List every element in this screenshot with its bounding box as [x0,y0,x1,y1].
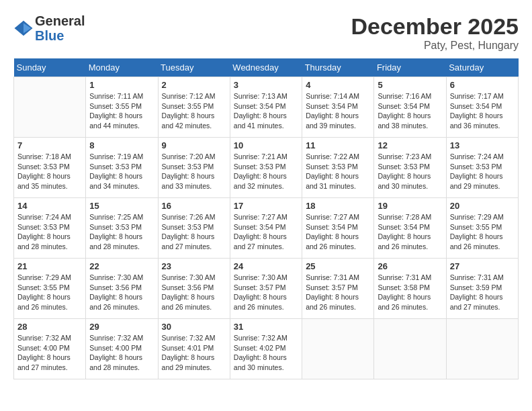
day-info: Sunrise: 7:12 AMSunset: 3:55 PMDaylight:… [162,91,226,131]
day-info: Sunrise: 7:18 AMSunset: 3:53 PMDaylight:… [17,152,82,191]
calendar-cell: 28Sunrise: 7:32 AMSunset: 4:00 PMDayligh… [14,319,86,379]
weekday-header-sunday: Sunday [14,58,86,77]
day-number: 22 [89,261,154,271]
day-info: Sunrise: 7:30 AMSunset: 3:56 PMDaylight:… [89,273,154,312]
day-info: Sunrise: 7:20 AMSunset: 3:53 PMDaylight:… [162,152,226,191]
day-number: 9 [162,140,226,150]
calendar-cell [374,319,446,379]
day-info: Sunrise: 7:27 AMSunset: 3:54 PMDaylight:… [306,212,370,252]
calendar-week-4: 21Sunrise: 7:29 AMSunset: 3:55 PMDayligh… [14,259,519,319]
day-info: Sunrise: 7:24 AMSunset: 3:53 PMDaylight:… [450,152,515,191]
day-number: 2 [162,80,226,90]
page-header: General Blue December 2025 Paty, Pest, H… [13,13,519,52]
day-number: 29 [89,322,154,332]
day-info: Sunrise: 7:28 AMSunset: 3:54 PMDaylight:… [378,212,442,252]
day-number: 15 [89,201,154,211]
calendar-cell: 16Sunrise: 7:26 AMSunset: 3:53 PMDayligh… [158,198,230,259]
calendar-week-1: 1Sunrise: 7:11 AMSunset: 3:55 PMDaylight… [14,77,519,138]
weekday-header-row: SundayMondayTuesdayWednesdayThursdayFrid… [14,58,519,77]
calendar-week-3: 14Sunrise: 7:24 AMSunset: 3:53 PMDayligh… [14,198,519,259]
day-number: 16 [162,201,226,211]
day-number: 31 [234,322,298,332]
day-number: 4 [306,80,370,90]
calendar-cell: 26Sunrise: 7:31 AMSunset: 3:58 PMDayligh… [374,259,446,319]
day-info: Sunrise: 7:25 AMSunset: 3:53 PMDaylight:… [89,212,154,252]
month-title: December 2025 [351,13,519,40]
calendar-cell [446,319,518,379]
title-block: December 2025 Paty, Pest, Hungary [351,13,519,52]
day-info: Sunrise: 7:21 AMSunset: 3:53 PMDaylight:… [234,152,298,191]
day-number: 23 [162,261,226,271]
calendar-cell: 18Sunrise: 7:27 AMSunset: 3:54 PMDayligh… [302,198,374,259]
calendar-cell: 5Sunrise: 7:16 AMSunset: 3:54 PMDaylight… [374,77,446,138]
day-info: Sunrise: 7:27 AMSunset: 3:54 PMDaylight:… [234,212,298,252]
calendar-cell: 31Sunrise: 7:32 AMSunset: 4:02 PMDayligh… [230,319,302,379]
calendar-cell: 8Sunrise: 7:19 AMSunset: 3:53 PMDaylight… [86,138,158,198]
calendar-body: 1Sunrise: 7:11 AMSunset: 3:55 PMDaylight… [14,77,519,379]
calendar-cell: 12Sunrise: 7:23 AMSunset: 3:53 PMDayligh… [374,138,446,198]
calendar-cell: 30Sunrise: 7:32 AMSunset: 4:01 PMDayligh… [158,319,230,379]
day-number: 30 [162,322,226,332]
day-number: 27 [450,261,515,271]
day-number: 26 [378,261,442,271]
day-number: 20 [450,201,515,211]
logo-line2: Blue [35,28,85,43]
day-number: 28 [17,322,82,332]
day-info: Sunrise: 7:31 AMSunset: 3:59 PMDaylight:… [450,273,515,312]
day-number: 19 [378,201,442,211]
day-info: Sunrise: 7:23 AMSunset: 3:53 PMDaylight:… [378,152,442,191]
calendar-week-2: 7Sunrise: 7:18 AMSunset: 3:53 PMDaylight… [14,138,519,198]
calendar-cell: 7Sunrise: 7:18 AMSunset: 3:53 PMDaylight… [14,138,86,198]
weekday-header-wednesday: Wednesday [230,58,302,77]
day-info: Sunrise: 7:24 AMSunset: 3:53 PMDaylight:… [17,212,82,252]
calendar-cell: 25Sunrise: 7:31 AMSunset: 3:57 PMDayligh… [302,259,374,319]
calendar-cell: 22Sunrise: 7:30 AMSunset: 3:56 PMDayligh… [86,259,158,319]
day-number: 6 [450,80,515,90]
day-number: 13 [450,140,515,150]
logo-line1: General [35,13,85,28]
day-number: 3 [234,80,298,90]
weekday-header-thursday: Thursday [302,58,374,77]
calendar-week-5: 28Sunrise: 7:32 AMSunset: 4:00 PMDayligh… [14,319,519,379]
day-info: Sunrise: 7:11 AMSunset: 3:55 PMDaylight:… [89,91,154,131]
calendar-cell: 11Sunrise: 7:22 AMSunset: 3:53 PMDayligh… [302,138,374,198]
calendar-cell: 21Sunrise: 7:29 AMSunset: 3:55 PMDayligh… [14,259,86,319]
calendar-cell: 1Sunrise: 7:11 AMSunset: 3:55 PMDaylight… [86,77,158,138]
day-number: 17 [234,201,298,211]
calendar-cell: 23Sunrise: 7:30 AMSunset: 3:56 PMDayligh… [158,259,230,319]
day-info: Sunrise: 7:16 AMSunset: 3:54 PMDaylight:… [378,91,442,131]
weekday-header-saturday: Saturday [446,58,518,77]
calendar-cell: 2Sunrise: 7:12 AMSunset: 3:55 PMDaylight… [158,77,230,138]
calendar-cell: 14Sunrise: 7:24 AMSunset: 3:53 PMDayligh… [14,198,86,259]
day-number: 18 [306,201,370,211]
day-number: 21 [17,261,82,271]
day-info: Sunrise: 7:32 AMSunset: 4:01 PMDaylight:… [162,333,226,373]
day-number: 12 [378,140,442,150]
calendar-cell: 24Sunrise: 7:30 AMSunset: 3:57 PMDayligh… [230,259,302,319]
calendar-cell: 6Sunrise: 7:17 AMSunset: 3:54 PMDaylight… [446,77,518,138]
day-number: 7 [17,140,82,150]
calendar-cell: 9Sunrise: 7:20 AMSunset: 3:53 PMDaylight… [158,138,230,198]
weekday-header-monday: Monday [86,58,158,77]
calendar-cell: 10Sunrise: 7:21 AMSunset: 3:53 PMDayligh… [230,138,302,198]
day-number: 8 [89,140,154,150]
day-number: 11 [306,140,370,150]
day-info: Sunrise: 7:31 AMSunset: 3:58 PMDaylight:… [378,273,442,312]
day-info: Sunrise: 7:19 AMSunset: 3:53 PMDaylight:… [89,152,154,191]
weekday-header-friday: Friday [374,58,446,77]
day-number: 25 [306,261,370,271]
calendar-cell: 29Sunrise: 7:32 AMSunset: 4:00 PMDayligh… [86,319,158,379]
day-info: Sunrise: 7:17 AMSunset: 3:54 PMDaylight:… [450,91,515,131]
day-info: Sunrise: 7:32 AMSunset: 4:00 PMDaylight:… [17,333,82,373]
calendar-cell: 3Sunrise: 7:13 AMSunset: 3:54 PMDaylight… [230,77,302,138]
day-info: Sunrise: 7:32 AMSunset: 4:02 PMDaylight:… [234,333,298,373]
day-info: Sunrise: 7:26 AMSunset: 3:53 PMDaylight:… [162,212,226,252]
day-info: Sunrise: 7:29 AMSunset: 3:55 PMDaylight:… [17,273,82,312]
day-number: 5 [378,80,442,90]
logo-icon [13,18,34,38]
calendar-cell: 20Sunrise: 7:29 AMSunset: 3:55 PMDayligh… [446,198,518,259]
day-number: 24 [234,261,298,271]
calendar-cell: 17Sunrise: 7:27 AMSunset: 3:54 PMDayligh… [230,198,302,259]
weekday-header-tuesday: Tuesday [158,58,230,77]
day-info: Sunrise: 7:30 AMSunset: 3:57 PMDaylight:… [234,273,298,312]
